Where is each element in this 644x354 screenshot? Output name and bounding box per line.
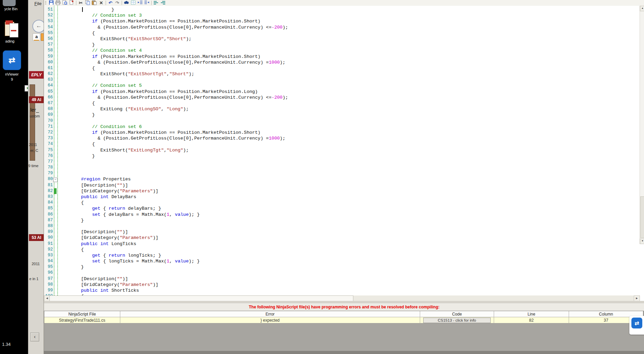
code-line[interactable]: 84 { xyxy=(44,200,640,206)
horizontal-scrollbar[interactable]: ◄ ► xyxy=(44,295,640,301)
code-line[interactable]: 83 public int DelayBars xyxy=(44,194,640,200)
indent-button[interactable] xyxy=(143,0,150,6)
code-line[interactable]: 96 xyxy=(44,270,640,276)
code-line[interactable]: 65 if (Position.MarketPosition == Positi… xyxy=(44,89,640,95)
line-number: 99 xyxy=(44,288,54,293)
code-line[interactable]: 76 } xyxy=(44,153,640,159)
error-table-row[interactable]: Strategy\FirstTrade111.cs } expected CS1… xyxy=(44,317,643,323)
code-line[interactable]: 53 if (Position.MarketPosition == Positi… xyxy=(44,18,640,24)
save-button[interactable] xyxy=(48,0,55,6)
teamviewer-popup[interactable]: ⇄ xyxy=(629,316,644,335)
code-line[interactable]: 87 } xyxy=(44,218,640,223)
copy-button[interactable] xyxy=(84,0,91,6)
error-line-cell: 82 xyxy=(494,317,569,323)
code-line[interactable]: 56 ExitShort("ExitShortSO","Short"); xyxy=(44,36,640,42)
code-line[interactable]: 66 & (Position.GetProfitLoss(Close[0],Pe… xyxy=(44,95,640,100)
print-button[interactable] xyxy=(55,0,61,6)
code-line[interactable]: 60 & (Position.GetProfitLoss(Close[0],Pe… xyxy=(44,60,640,65)
code-line[interactable]: 89 [Description("")] xyxy=(44,229,640,235)
code-line[interactable]: 86 set { delayBars = Math.Max(1, value);… xyxy=(44,212,640,218)
amazon-letter: a xyxy=(35,34,37,39)
code-line[interactable]: 58 // Condition set 4 xyxy=(44,48,640,53)
bookmark-icon xyxy=(69,0,74,6)
panel-splitter[interactable] xyxy=(44,301,644,303)
vertical-scrollbar[interactable]: ▲ ▼ xyxy=(640,6,644,244)
cut-icon: ✂ xyxy=(79,1,83,5)
bookmark-button[interactable] xyxy=(68,0,75,6)
print-icon xyxy=(55,0,61,6)
error-code-button[interactable]: CS1513 - click for info xyxy=(423,318,491,323)
header-ninjascript-file: NinjaScript File xyxy=(44,311,120,317)
code-text: & (Position.GetProfitLoss(Close[0],Perfo… xyxy=(59,136,285,141)
code-line[interactable]: 94 set { longTicks = Math.Max(1, value);… xyxy=(44,258,640,264)
code-line[interactable]: 91 public int LongTicks xyxy=(44,241,640,247)
line-number: 80 xyxy=(44,176,54,182)
redo-button[interactable]: ↷ xyxy=(114,0,121,6)
code-line[interactable]: 61 { xyxy=(44,65,640,71)
code-line[interactable]: 70 xyxy=(44,118,640,124)
code-editor[interactable]: 51 }52 // Condition set 353 if (Position… xyxy=(44,6,640,295)
comment-button[interactable] xyxy=(153,0,159,6)
horizontal-scroll-thumb[interactable] xyxy=(49,295,353,301)
code-line[interactable]: 55 { xyxy=(44,30,640,36)
code-line[interactable]: 77 xyxy=(44,159,640,165)
code-line[interactable]: 74 { xyxy=(44,141,640,147)
code-line[interactable]: 51 } xyxy=(44,7,640,13)
code-line[interactable]: 71 // Condition set 6 xyxy=(44,124,640,130)
file-menu[interactable]: File xyxy=(34,1,42,6)
code-line[interactable]: 98 [GridCategory("Parameters")] xyxy=(44,282,640,288)
code-line[interactable]: 95 } xyxy=(44,264,640,270)
scroll-left-button[interactable]: ‹ xyxy=(30,333,39,341)
code-line[interactable]: 97 [Description("")] xyxy=(44,276,640,282)
code-line[interactable]: 99 public int ShortTicks xyxy=(44,288,640,293)
toolbar-grip[interactable] xyxy=(45,1,46,5)
paste-button[interactable] xyxy=(91,0,98,6)
code-line[interactable]: 78 xyxy=(44,165,640,171)
code-line[interactable]: 52 // Condition set 3 xyxy=(44,13,640,18)
code-line[interactable]: 80 #region Properties xyxy=(44,176,640,182)
code-line[interactable]: 81 [Description("")] xyxy=(44,182,640,188)
code-line[interactable]: 85 get { return delayBars; } xyxy=(44,206,640,211)
code-text: ExitShort("ExitShortSO","Short"); xyxy=(59,36,191,42)
reply-button[interactable]: EPLY xyxy=(29,71,44,79)
find-button[interactable] xyxy=(123,0,130,6)
timestamp-badge: 53 AI xyxy=(29,234,44,241)
undo-button[interactable]: ↶ xyxy=(107,0,114,6)
vertical-scroll-thumb[interactable] xyxy=(640,196,644,238)
scroll-down-arrow[interactable]: ▼ xyxy=(640,239,644,244)
code-line[interactable]: 93 get { return longTicks; } xyxy=(44,253,640,258)
uncomment-button[interactable] xyxy=(159,0,166,6)
print-preview-button[interactable] xyxy=(61,0,68,6)
code-line[interactable]: 57 } xyxy=(44,42,640,48)
code-line[interactable]: 73 & (Position.GetProfitLoss(Close[0],Pe… xyxy=(44,135,640,141)
code-line[interactable]: 63 xyxy=(44,77,640,83)
code-line[interactable]: 72 if (Position.MarketPosition == Positi… xyxy=(44,130,640,135)
code-line[interactable]: 64 // Condition set 5 xyxy=(44,83,640,88)
recycle-bin-icon[interactable] xyxy=(3,0,16,6)
code-line[interactable]: 90 [GridCategory("Parameters")] xyxy=(44,235,640,241)
delete-button[interactable]: ✕ xyxy=(98,0,105,6)
scroll-up-arrow[interactable]: ▲ xyxy=(640,6,644,11)
code-line[interactable]: 54 & (Position.GetProfitLoss(Close[0],Pe… xyxy=(44,25,640,30)
region-fold-toggle[interactable]: − xyxy=(53,178,58,182)
code-line[interactable]: 82 [GridCategory("Parameters")] xyxy=(44,188,640,194)
code-line[interactable]: 62 ExitShort("ExitShortTgt","Short"); xyxy=(44,71,640,77)
trading-app-icon[interactable] xyxy=(4,20,20,38)
cut-button[interactable]: ✂ xyxy=(77,0,84,6)
taskbar-clock: 1.34 xyxy=(2,342,11,347)
code-line[interactable]: 59 if (Position.MarketPosition == Positi… xyxy=(44,54,640,60)
code-line[interactable]: 92 { xyxy=(44,247,640,253)
code-line[interactable]: 79 xyxy=(44,171,640,176)
amazon-favicon[interactable]: a xyxy=(33,33,40,41)
code-line[interactable]: 69 } xyxy=(44,112,640,118)
code-text: { xyxy=(59,66,95,71)
line-number: 63 xyxy=(44,77,54,83)
teamviewer-desktop-icon[interactable]: ⇄ xyxy=(3,50,21,70)
code-text: [GridCategory("Parameters")] xyxy=(59,189,158,194)
select-columns-button[interactable] xyxy=(130,0,137,6)
code-line[interactable]: 88 xyxy=(44,223,640,229)
code-line[interactable]: 75 ExitShort("ExitLongTgt","Long"); xyxy=(44,147,640,153)
outdent-button[interactable] xyxy=(137,0,143,6)
code-line[interactable]: 68 ExitLong ("ExitLongSO", "Long"); xyxy=(44,106,640,112)
code-line[interactable]: 67 { xyxy=(44,100,640,106)
